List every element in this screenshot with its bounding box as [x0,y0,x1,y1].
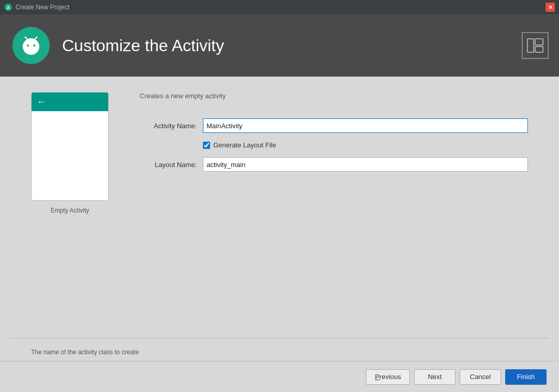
generate-layout-row: Generate Layout File [203,141,528,149]
cancel-button[interactable]: Cancel [460,369,501,385]
next-button[interactable]: Next [414,369,455,385]
header: Customize the Activity [0,14,559,77]
phone-frame: ← [31,92,109,201]
hint-area: The name of the activity class to create [0,343,559,361]
page-title: Customize the Activity [62,36,547,55]
hint-text: The name of the activity class to create [31,349,528,356]
activity-name-row: Activity Name: [140,118,528,133]
android-svg-icon [19,33,43,58]
generate-layout-checkbox[interactable] [203,142,210,149]
phone-back-arrow-icon: ← [37,97,46,108]
activity-name-input[interactable] [203,118,528,133]
svg-rect-10 [535,39,543,45]
window-title: Create New Project [16,4,69,11]
form-description: Creates a new empty activity [140,92,528,100]
generate-layout-label[interactable]: Generate Layout File [213,141,276,149]
previous-underline: P [375,373,379,381]
layout-name-row: Layout Name: [140,157,528,172]
layout-preview-button[interactable] [522,32,549,59]
previous-button[interactable]: Previous [366,369,410,385]
title-bar: A Create New Project ✕ [0,0,559,14]
title-bar-left: A Create New Project [4,3,69,11]
svg-point-4 [33,44,35,47]
phone-top-bar: ← [32,93,108,111]
svg-point-3 [27,44,29,47]
main-content: ← Empty Activity Creates a new empty act… [0,77,559,361]
finish-button[interactable]: Finish [505,369,547,385]
divider [10,338,549,338]
layout-name-input[interactable] [203,157,528,172]
svg-point-8 [36,37,38,38]
layout-name-label: Layout Name: [140,161,197,169]
svg-point-2 [23,38,39,55]
svg-text:A: A [7,5,10,10]
svg-rect-11 [535,47,543,52]
form-area: Creates a new empty activity Activity Na… [140,92,528,172]
layout-preview-icon [527,38,543,53]
footer: Previous Next Cancel Finish [0,361,559,392]
previous-label-rest: revious [379,373,401,381]
android-logo [12,27,50,64]
phone-body [32,111,108,200]
content-area: ← Empty Activity Creates a new empty act… [0,77,559,333]
close-button[interactable]: ✕ [546,3,555,12]
app-icon: A [4,3,12,11]
phone-preview-panel: ← Empty Activity [31,92,109,214]
activity-type-label: Empty Activity [51,207,90,214]
svg-point-7 [25,37,26,38]
svg-rect-9 [527,39,534,52]
activity-name-label: Activity Name: [140,122,197,130]
